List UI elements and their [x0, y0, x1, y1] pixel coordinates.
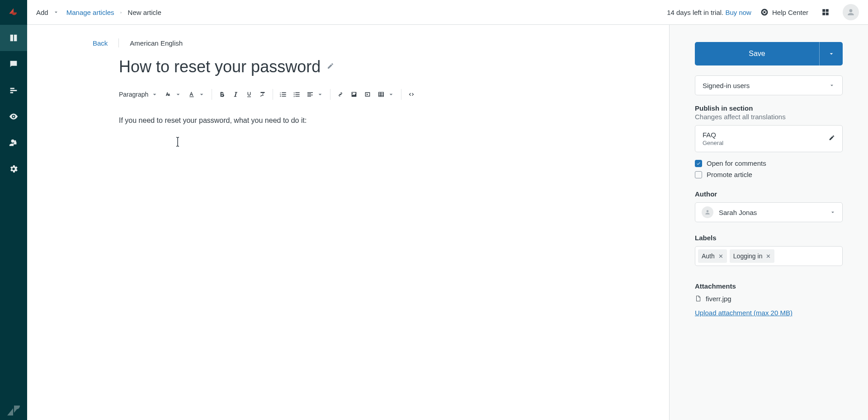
pencil-icon[interactable] — [327, 62, 334, 71]
publish-section-sub: Changes affect all translations — [695, 113, 843, 121]
rail-knowledge[interactable] — [0, 25, 27, 51]
chevron-down-icon — [387, 91, 395, 98]
chevron-down-icon — [830, 209, 836, 215]
breadcrumb: Manage articles New article — [66, 9, 161, 16]
trial-text: 14 days left in trial. Buy now — [667, 9, 751, 16]
align-select[interactable] — [307, 91, 324, 98]
link-button[interactable] — [337, 91, 344, 98]
table-select[interactable] — [377, 91, 395, 98]
bold-button[interactable] — [218, 91, 226, 98]
topbar: Add Manage articles New article 14 days … — [27, 0, 868, 25]
source-code-button[interactable] — [408, 91, 415, 98]
video-button[interactable] — [364, 91, 371, 98]
chevron-down-icon — [829, 82, 835, 89]
file-icon — [695, 294, 701, 303]
crumb-manage-articles[interactable]: Manage articles — [66, 9, 114, 16]
lifebuoy-icon — [760, 8, 769, 16]
underline-button[interactable] — [245, 91, 253, 98]
editor-column: Back American English How to reset your … — [27, 25, 669, 420]
chevron-down-icon — [151, 91, 158, 98]
rte-toolbar: Paragraph — [119, 89, 513, 104]
author-heading: Author — [695, 190, 843, 198]
zendesk-mark[interactable] — [0, 406, 27, 420]
rail-feedback[interactable] — [0, 51, 27, 77]
promote-article-checkbox[interactable] — [695, 171, 702, 178]
visibility-select[interactable]: Signed-in users — [695, 75, 843, 95]
attachments-heading: Attachments — [695, 282, 843, 290]
article-title[interactable]: How to reset your password — [119, 57, 321, 76]
rail-settings[interactable] — [0, 156, 27, 182]
help-center-button[interactable]: Help Center — [760, 8, 808, 16]
publish-section-heading: Publish in section — [695, 104, 843, 112]
text-color-select[interactable] — [188, 91, 205, 98]
add-button-label: Add — [36, 9, 48, 16]
apps-grid-icon[interactable] — [817, 4, 834, 20]
zendesk-logo[interactable] — [0, 0, 27, 25]
text-cursor-icon — [176, 137, 176, 147]
rail-preview[interactable] — [0, 103, 27, 130]
save-dropdown-button[interactable] — [819, 42, 843, 65]
chevron-right-icon — [119, 9, 123, 16]
italic-button[interactable] — [232, 91, 239, 98]
open-comments-checkbox[interactable] — [695, 160, 702, 167]
upload-attachment-link[interactable]: Upload attachment (max 20 MB) — [695, 309, 843, 317]
author-avatar — [702, 206, 713, 218]
chevron-down-icon — [198, 91, 205, 98]
font-size-select[interactable] — [165, 91, 182, 98]
back-link[interactable]: Back — [93, 39, 108, 47]
locale-label[interactable]: American English — [130, 39, 183, 47]
user-avatar[interactable] — [843, 4, 859, 20]
promote-article-label: Promote article — [707, 171, 752, 178]
author-select[interactable]: Sarah Jonas — [695, 202, 843, 222]
labels-input[interactable]: Auth ✕ Logging in ✕ — [695, 246, 843, 266]
remove-tag-icon[interactable]: ✕ — [766, 253, 771, 260]
open-comments-label: Open for comments — [707, 159, 766, 167]
person-icon — [846, 8, 855, 17]
rail-arrange[interactable] — [0, 77, 27, 103]
labels-heading: Labels — [695, 234, 843, 242]
section-select[interactable]: FAQ General — [695, 125, 843, 152]
article-body[interactable]: If you need to reset your password, what… — [119, 115, 513, 296]
chevron-down-icon — [316, 91, 324, 98]
chevron-down-icon — [53, 9, 59, 15]
properties-sidebar: Save Signed-in users Publish in section … — [669, 25, 868, 420]
left-rail — [0, 0, 27, 420]
attachment-item[interactable]: fiverr.jpg — [695, 294, 843, 303]
chevron-down-icon — [175, 91, 182, 98]
rail-permissions[interactable] — [0, 130, 27, 156]
clear-format-button[interactable] — [259, 91, 266, 98]
label-tag: Auth ✕ — [698, 249, 727, 263]
ordered-list-button[interactable] — [279, 91, 287, 98]
paragraph-style-select[interactable]: Paragraph — [119, 91, 158, 98]
remove-tag-icon[interactable]: ✕ — [718, 253, 723, 260]
save-button[interactable]: Save — [695, 42, 819, 65]
crumb-current: New article — [128, 9, 161, 16]
pencil-icon[interactable] — [829, 135, 835, 143]
add-button[interactable]: Add — [36, 9, 59, 16]
chevron-down-icon — [828, 50, 835, 57]
label-tag: Logging in ✕ — [730, 249, 775, 263]
unordered-list-button[interactable] — [293, 91, 300, 98]
person-icon — [704, 209, 711, 215]
image-button[interactable] — [350, 91, 358, 98]
buy-now-link[interactable]: Buy now — [725, 9, 751, 16]
